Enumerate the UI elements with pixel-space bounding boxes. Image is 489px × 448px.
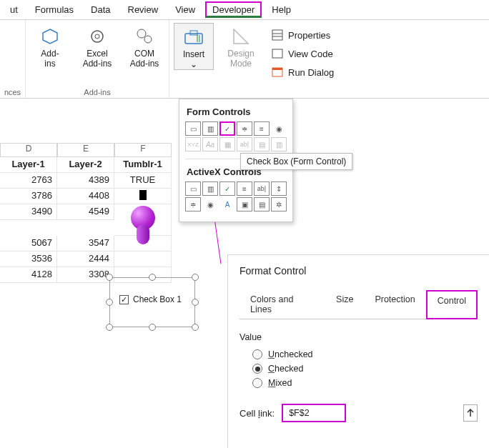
cell[interactable]: 3536 <box>0 252 57 267</box>
format-control-dialog: Format Control Colors and Lines Size Pro… <box>227 254 489 448</box>
list-form-icon[interactable]: ≡ <box>254 121 270 136</box>
collapse-dialog-button[interactable] <box>463 404 478 422</box>
label-form-icon[interactable]: XYZ <box>185 137 201 151</box>
radio-mixed[interactable]: MixedMixed <box>252 378 478 388</box>
button-form-icon[interactable]: ▭ <box>185 121 201 136</box>
radio-icon <box>252 378 262 388</box>
cell[interactable] <box>114 189 172 204</box>
svg-point-3 <box>137 29 146 38</box>
spreadsheet: D E F Layer-1 Layer-2 Tumblr-1 2763 4389… <box>0 143 172 283</box>
com-addins-button[interactable]: COM Add-ins <box>124 23 164 69</box>
excel-addins-button[interactable]: Excel Add-ins <box>77 23 117 69</box>
group-controls: Insert⌄ Design Mode Properties View Code… <box>169 20 341 98</box>
resize-handle[interactable] <box>192 274 199 281</box>
resize-handle[interactable] <box>106 274 113 281</box>
cell[interactable]: 4408 <box>57 189 114 204</box>
svg-rect-10 <box>272 30 282 40</box>
other-form-icon[interactable]: ▥ <box>271 137 287 151</box>
text-ax-icon[interactable]: ab| <box>254 181 270 196</box>
tab-layout[interactable]: ut <box>3 1 25 18</box>
cell[interactable]: Tumblr-1 <box>114 157 172 173</box>
option-form-icon[interactable]: ◉ <box>271 121 287 136</box>
spin-ax-icon[interactable]: ≑ <box>185 197 201 211</box>
cell[interactable]: 5067 <box>0 236 57 252</box>
group-form-icon[interactable]: ▦ <box>219 137 235 151</box>
cell[interactable]: 4389 <box>57 173 114 189</box>
insert-button[interactable]: Insert⌄ <box>174 23 214 70</box>
cell[interactable] <box>114 252 172 267</box>
scroll-form-icon[interactable]: ab| <box>237 137 252 151</box>
cell[interactable]: 2444 <box>57 252 114 267</box>
spin-form-icon[interactable]: ≑ <box>237 121 252 136</box>
cell-link-label: Cell link:Cell link: <box>239 408 275 419</box>
resize-handle[interactable] <box>149 274 156 281</box>
tab-help[interactable]: Help <box>265 1 298 18</box>
cell[interactable]: 3490 <box>0 204 57 220</box>
resize-handle[interactable] <box>192 299 199 306</box>
value-label: Value <box>239 332 478 342</box>
checkbox-form-icon[interactable]: ✓ <box>219 121 235 136</box>
cell[interactable]: 4549 <box>57 204 114 220</box>
tab-view[interactable]: View <box>168 1 202 18</box>
cell[interactable]: TRUE <box>114 173 172 189</box>
tab-data[interactable]: Data <box>84 1 117 18</box>
run-dialog-button[interactable]: Run Dialog <box>268 63 337 81</box>
radio-unchecked[interactable]: UUncheckednchecked <box>252 349 478 359</box>
tab-control[interactable]: Control <box>426 290 478 319</box>
group-references-cut: nces <box>0 20 26 98</box>
addins-button[interactable]: Add- ins <box>30 23 70 69</box>
tab-formulas[interactable]: Formulas <box>28 1 81 18</box>
cell[interactable]: 2763 <box>0 173 57 189</box>
svg-marker-0 <box>43 29 57 44</box>
list-ax-icon[interactable]: ≡ <box>237 181 252 196</box>
checkbox-ax-icon[interactable]: ✓ <box>219 181 235 196</box>
svg-point-1 <box>92 31 103 42</box>
grid-form-icon[interactable]: ▤ <box>254 137 270 151</box>
tab-colors-lines[interactable]: Colors and Lines <box>239 289 325 319</box>
tab-protection[interactable]: Protection <box>364 289 425 319</box>
cell[interactable]: 4128 <box>0 267 57 283</box>
cell[interactable] <box>114 204 172 236</box>
properties-button[interactable]: Properties <box>268 26 337 44</box>
tab-developer[interactable]: Developer <box>205 1 262 18</box>
resize-handle[interactable] <box>106 324 113 331</box>
combo-ax-icon[interactable]: ▥ <box>202 181 218 196</box>
label-ax-icon[interactable]: A <box>219 197 235 211</box>
activex-controls-grid: ▭ ▥ ✓ ≡ ab| ⇕ ≑ ◉ A ▣ ▤ ✲ <box>182 181 290 217</box>
cell-link-input[interactable]: $F$2 <box>282 404 346 422</box>
cell[interactable]: 3547 <box>57 236 114 252</box>
design-mode-button[interactable]: Design Mode <box>221 23 261 69</box>
svg-marker-9 <box>234 29 248 44</box>
option-ax-icon[interactable]: ◉ <box>202 197 218 211</box>
combo-form-icon[interactable]: ▥ <box>202 121 218 136</box>
text-form-icon[interactable]: Aa <box>202 137 218 151</box>
cell[interactable]: Layer-2 <box>57 157 114 173</box>
group-label: nces <box>4 88 21 96</box>
radio-checked[interactable]: CheckedChecked <box>252 364 478 374</box>
properties-icon <box>271 29 284 41</box>
button-ax-icon[interactable]: ▭ <box>185 181 201 196</box>
addins-label: Add- ins <box>41 49 59 69</box>
resize-handle[interactable] <box>192 324 199 331</box>
com-addins-label: COM Add-ins <box>130 49 159 69</box>
more-ax-icon[interactable]: ✲ <box>271 197 287 211</box>
cell[interactable]: Layer-1 <box>0 157 57 173</box>
dialog-tabs: Colors and Lines Size Protection Control <box>239 289 478 319</box>
checkbox-inner[interactable]: ✓ Check Box 1 <box>119 294 182 304</box>
resize-handle[interactable] <box>106 299 113 306</box>
col-header[interactable]: D <box>0 143 57 157</box>
resize-handle[interactable] <box>149 324 156 331</box>
col-header[interactable]: E <box>57 143 114 157</box>
code-icon <box>271 47 284 60</box>
image-ax-icon[interactable]: ▣ <box>237 197 252 211</box>
col-header[interactable]: F <box>114 143 172 157</box>
tab-review[interactable]: Review <box>121 1 166 18</box>
toggle-ax-icon[interactable]: ▤ <box>254 197 270 211</box>
ribbon: nces Add- ins Excel Add-ins COM Add-ins … <box>0 20 489 99</box>
checkbox-control-selected[interactable]: ✓ Check Box 1 <box>109 277 195 327</box>
bulb-image <box>129 206 157 246</box>
cell[interactable]: 3786 <box>0 189 57 204</box>
tab-size[interactable]: Size <box>325 289 364 319</box>
view-code-button[interactable]: View Code <box>268 44 337 63</box>
scroll-ax-icon[interactable]: ⇕ <box>271 181 287 196</box>
